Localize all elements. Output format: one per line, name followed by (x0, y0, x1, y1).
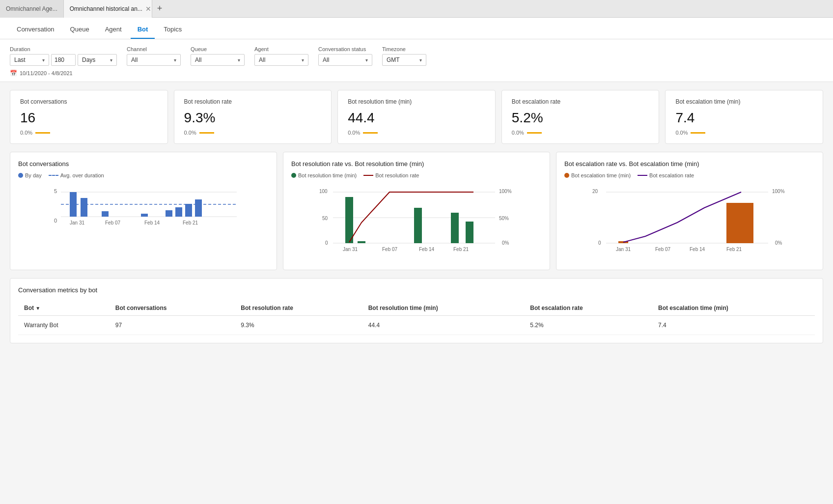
table-header-row: Bot ▼ Bot conversations Bot resolution r… (18, 301, 815, 316)
main-content: Bot conversations 16 0.0% Bot resolution… (0, 82, 833, 351)
browser-tab-label-active: Omnichannel historical an... (70, 5, 142, 12)
chart-bot-resolution: Bot resolution rate vs. Bot resolution t… (283, 152, 550, 270)
chart-bot-conversations: Bot conversations By day Avg. over durat… (10, 152, 277, 270)
kpi-title-0: Bot conversations (20, 98, 158, 105)
kpi-bot-resolution-time: Bot resolution time (min) 44.4 0.0% (337, 90, 496, 144)
kpi-footer-1: 0.0% (184, 130, 322, 136)
cell-bot-name: Warranty Bot (18, 316, 110, 335)
kpi-bot-escalation-rate: Bot escalation rate 5.2% 0.0% (501, 90, 660, 144)
svg-text:0%: 0% (502, 240, 509, 246)
queue-dropdown[interactable]: All ▾ (191, 54, 245, 66)
chart3-svg: 20 0 100% 0% Jan 31 (564, 183, 815, 262)
svg-text:50: 50 (322, 216, 328, 221)
duration-days-dropdown[interactable]: Days ▾ (78, 54, 117, 66)
timezone-dropdown[interactable]: GMT ▾ (382, 54, 426, 66)
bar-4 (141, 214, 148, 217)
svg-text:Feb 21: Feb 21 (183, 220, 198, 225)
browser-tab-omnichannel-historical[interactable]: Omnichannel historical an... ✕ (64, 0, 152, 18)
sort-icon[interactable]: ▼ (35, 306, 40, 311)
svg-text:Jan 31: Jan 31 (343, 247, 358, 252)
col-bot-escalation-time: Bot escalation time (min) (652, 301, 815, 316)
kpi-footer-4: 0.0% (675, 130, 813, 136)
table-section: Conversation metrics by bot Bot ▼ Bot co… (10, 278, 823, 343)
escalation-rate-line (623, 192, 741, 242)
agent-label: Agent (254, 46, 308, 52)
cell-resolution-rate: 9.3% (235, 316, 362, 335)
kpi-trend-bar-0 (35, 132, 50, 134)
close-tab-icon[interactable]: ✕ (145, 5, 151, 13)
bar-7 (185, 204, 192, 217)
table-row: Warranty Bot 97 9.3% 44.4 5.2% 7.4 (18, 316, 815, 335)
agent-filter: Agent All ▾ (254, 46, 308, 66)
svg-text:20: 20 (592, 189, 598, 194)
add-tab-button[interactable]: + (152, 3, 167, 14)
agent-dropdown[interactable]: All ▾ (254, 54, 308, 66)
tab-conversation[interactable]: Conversation (10, 21, 61, 39)
resolution-rate-line-icon (363, 175, 373, 176)
conversation-status-filter: Conversation status All ▾ (318, 46, 372, 66)
chevron-down-icon-tz: ▾ (419, 57, 422, 63)
bar-1 (70, 192, 77, 217)
kpi-value-3: 5.2% (512, 110, 649, 126)
tab-queue[interactable]: Queue (63, 21, 96, 39)
chart2-svg: 100 50 0 100% 50% 0% (291, 183, 542, 262)
escalation-time-dot-icon (564, 173, 569, 178)
browser-tab-bar: Omnichannel Age... Omnichannel historica… (0, 0, 833, 18)
svg-text:Jan 31: Jan 31 (70, 220, 84, 225)
col-bot-resolution-time: Bot resolution time (min) (362, 301, 525, 316)
tab-bot[interactable]: Bot (131, 21, 155, 39)
chevron-down-icon-days: ▾ (110, 57, 112, 63)
chart3-svg-container: 20 0 100% 0% Jan 31 (564, 183, 815, 262)
svg-text:Feb 14: Feb 14 (419, 247, 435, 252)
tab-agent[interactable]: Agent (98, 21, 129, 39)
escalation-rate-line-icon (638, 175, 647, 176)
chart1-svg: 5 0 (18, 183, 269, 262)
res-bar-1 (345, 197, 353, 243)
kpi-title-1: Bot resolution rate (184, 98, 322, 105)
resolution-time-dot-icon (291, 173, 296, 178)
chart3-legend-time: Bot escalation time (min) (564, 172, 631, 178)
kpi-value-0: 16 (20, 110, 158, 126)
res-bar-4 (451, 213, 459, 243)
svg-text:Jan 31: Jan 31 (616, 247, 631, 252)
browser-tab-label: Omnichannel Age... (6, 5, 57, 12)
conversation-status-dropdown[interactable]: All ▾ (318, 54, 372, 66)
chevron-down-icon-agent: ▾ (302, 57, 304, 63)
esc-bar-2 (726, 203, 753, 243)
browser-tab-omnichannel-agent[interactable]: Omnichannel Age... (0, 0, 64, 18)
channel-dropdown[interactable]: All ▾ (127, 54, 181, 66)
svg-text:100%: 100% (499, 189, 512, 194)
svg-text:Feb 14: Feb 14 (144, 220, 160, 225)
bot-metrics-table: Bot ▼ Bot conversations Bot resolution r… (18, 301, 815, 335)
svg-text:Feb 07: Feb 07 (655, 247, 671, 252)
svg-text:Feb 21: Feb 21 (453, 247, 469, 252)
bar-5 (166, 210, 172, 217)
bar-8 (195, 199, 202, 217)
kpi-bot-conversations: Bot conversations 16 0.0% (10, 90, 168, 144)
nav-tab-bar: Conversation Queue Agent Bot Topics (0, 18, 833, 39)
kpi-footer-3: 0.0% (512, 130, 649, 136)
tab-topics[interactable]: Topics (157, 21, 189, 39)
duration-last-dropdown[interactable]: Last ▾ (10, 54, 49, 66)
col-bot-conversations: Bot conversations (110, 301, 235, 316)
conversation-status-label: Conversation status (318, 46, 372, 52)
channel-filter: Channel All ▾ (127, 46, 181, 66)
chart1-svg-container: 5 0 (18, 183, 269, 262)
svg-text:Feb 07: Feb 07 (382, 247, 398, 252)
kpi-trend-bar-4 (691, 132, 705, 134)
avg-dash-icon (49, 175, 58, 176)
kpi-footer-2: 0.0% (348, 130, 485, 136)
kpi-value-1: 9.3% (184, 110, 322, 126)
svg-text:100: 100 (319, 189, 328, 194)
date-range: 📅 10/11/2020 - 4/8/2021 (10, 70, 823, 77)
kpi-bot-resolution-rate: Bot resolution rate 9.3% 0.0% (174, 90, 332, 144)
queue-filter: Queue All ▾ (191, 46, 245, 66)
svg-text:5: 5 (54, 188, 57, 194)
svg-text:Feb 21: Feb 21 (726, 247, 742, 252)
duration-number-input[interactable] (51, 54, 76, 66)
kpi-footer-0: 0.0% (20, 130, 158, 136)
chevron-down-icon-status: ▾ (365, 57, 368, 63)
kpi-value-4: 7.4 (675, 110, 813, 126)
table-title: Conversation metrics by bot (18, 286, 815, 294)
kpi-trend-bar-2 (363, 132, 378, 134)
